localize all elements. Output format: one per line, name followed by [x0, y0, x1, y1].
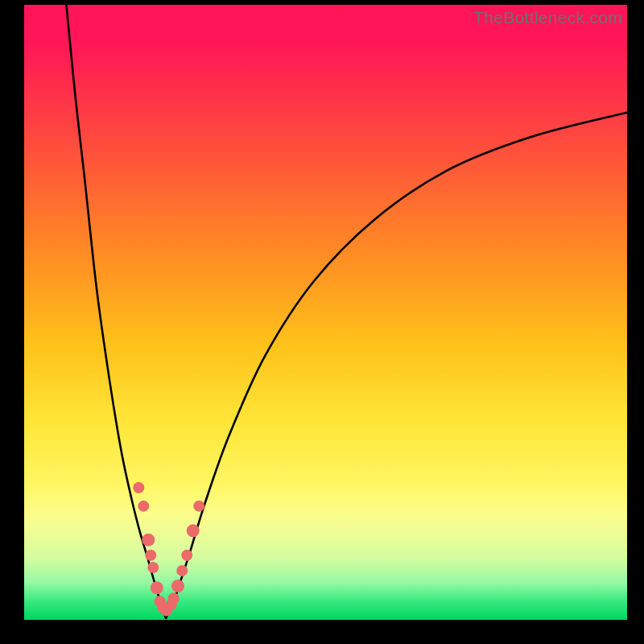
data-point — [145, 550, 156, 561]
data-point — [187, 524, 200, 537]
data-point — [151, 581, 163, 594]
data-point — [193, 501, 204, 512]
data-markers — [133, 482, 204, 617]
data-point — [168, 592, 180, 604]
data-point — [181, 550, 192, 561]
chart-svg — [24, 5, 627, 620]
data-point — [176, 565, 188, 576]
data-point — [133, 482, 144, 493]
data-point — [147, 562, 159, 573]
curve-left — [66, 5, 166, 618]
chart-stage: TheBottleneck.com — [0, 0, 644, 644]
data-point — [142, 534, 155, 547]
plot-area: TheBottleneck.com — [24, 5, 627, 620]
curve-right — [166, 113, 627, 618]
data-point — [171, 580, 184, 592]
data-point — [138, 501, 149, 512]
